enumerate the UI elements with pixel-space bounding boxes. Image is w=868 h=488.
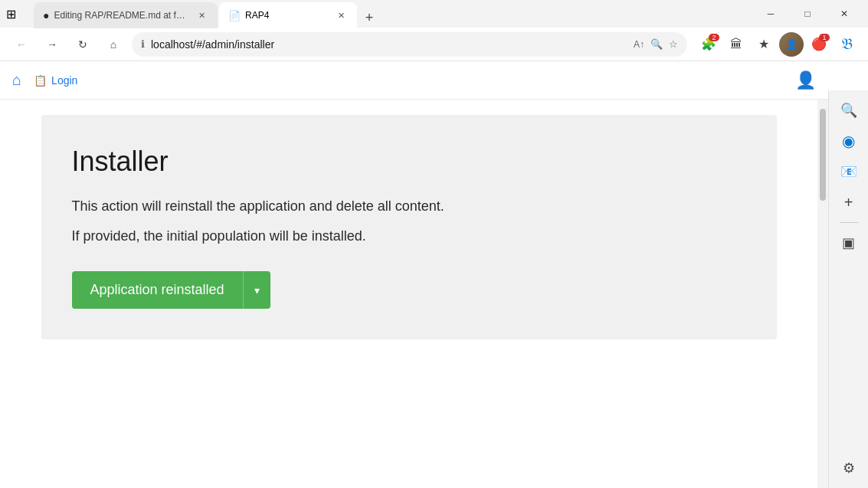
window-icon: ⊞: [6, 7, 16, 21]
favorites-bar-button[interactable]: ★: [752, 32, 776, 57]
search-sidebar-icon: 🔍: [840, 102, 857, 119]
outlook-sidebar-icon: 📧: [840, 163, 857, 180]
security-icon: ℹ: [141, 38, 145, 50]
favorites-icon[interactable]: ☆: [669, 38, 678, 50]
browser-sidebar: 🔍 ◉ 📧 + ▣ ⚙: [828, 90, 868, 488]
installer-title: Installer: [72, 146, 746, 178]
extensions-badge: 2: [709, 34, 719, 41]
installer-desc2: If provided, the initial population will…: [72, 226, 746, 247]
split-view-icon: ▣: [842, 234, 855, 251]
content-area: ⌂ 📋 Login 👤 Installer This action will r…: [0, 61, 868, 488]
tab-rap4-icon: 📄: [228, 10, 241, 21]
outlook-sidebar-button[interactable]: 📧: [835, 158, 863, 185]
tab-rap4[interactable]: 📄 RAP4 ✕: [219, 2, 357, 28]
home-icon: ⌂: [110, 38, 116, 51]
installer-desc1: This action will reinstall the applicati…: [72, 196, 746, 217]
page-content: Installer This action will reinstall the…: [0, 100, 817, 488]
add-sidebar-button[interactable]: +: [835, 188, 863, 216]
tab-github-label: Editing RAP/README.md at feat…: [54, 10, 190, 21]
favorites-bar-icon: ★: [758, 37, 769, 51]
login-icon: 📋: [34, 74, 47, 87]
collections-icon: 🏛: [730, 38, 742, 51]
read-aloud-icon[interactable]: A↑: [634, 39, 644, 50]
back-button[interactable]: ←: [9, 32, 34, 57]
new-tab-button[interactable]: +: [359, 7, 380, 28]
address-bar: ← → ↻ ⌂ ℹ localhost/#/admin/installer A↑…: [0, 28, 868, 61]
notifications-button[interactable]: 🔴 1: [807, 32, 831, 57]
sidebar-divider: [840, 222, 858, 223]
login-label: Login: [51, 74, 77, 87]
tabs-container: ● Editing RAP/README.md at feat… ✕ 📄 RAP…: [34, 0, 750, 28]
page-home-icon[interactable]: ⌂: [12, 71, 21, 89]
tab-rap4-close[interactable]: ✕: [334, 8, 348, 22]
minimize-button[interactable]: ─: [753, 2, 788, 26]
tab-github-icon: ●: [43, 9, 49, 21]
profile-button[interactable]: 👤: [779, 32, 804, 57]
extensions-button[interactable]: 🧩 2: [696, 32, 721, 57]
installer-card: Installer This action will reinstall the…: [41, 115, 777, 339]
settings-sidebar-icon: ⚙: [843, 460, 855, 477]
page-user-icon[interactable]: 👤: [795, 70, 816, 90]
zoom-icon[interactable]: 🔍: [650, 38, 663, 50]
add-sidebar-icon: +: [844, 194, 853, 211]
avatar: 👤: [779, 32, 804, 57]
page-nav: ⌂ 📋 Login 👤: [0, 61, 828, 100]
page-login-link[interactable]: 📋 Login: [34, 74, 77, 87]
url-text: localhost/#/admin/installer: [151, 38, 627, 51]
split-view-button[interactable]: ▣: [835, 229, 863, 257]
notification-badge: 1: [819, 34, 830, 41]
tab-github-close[interactable]: ✕: [195, 8, 208, 22]
scrollbar-thumb[interactable]: [820, 109, 826, 201]
home-button[interactable]: ⌂: [101, 32, 126, 57]
tab-rap4-label: RAP4: [245, 10, 329, 21]
window-controls: ─ □ ✕: [753, 2, 862, 26]
reinstall-dropdown-button[interactable]: ▾: [243, 271, 270, 309]
back-icon: ←: [16, 38, 27, 51]
forward-icon: →: [47, 38, 57, 51]
collections-button[interactable]: 🏛: [724, 32, 748, 57]
reinstall-main-button[interactable]: Application reinstalled: [72, 271, 243, 309]
page-wrap: ⌂ 📋 Login 👤 Installer This action will r…: [0, 61, 828, 488]
reinstall-button-group: Application reinstalled ▾: [72, 271, 746, 309]
reload-button[interactable]: ↻: [70, 32, 95, 57]
title-bar: ⊞ ● Editing RAP/README.md at feat… ✕ 📄 R…: [0, 0, 868, 28]
forward-button[interactable]: →: [40, 32, 64, 57]
close-button[interactable]: ✕: [827, 2, 862, 26]
copilot-sidebar-icon: ◉: [842, 132, 855, 150]
copilot-sidebar-button[interactable]: ◉: [835, 127, 863, 155]
scrollbar[interactable]: [817, 100, 828, 488]
bing-icon: 𝔅: [841, 35, 853, 53]
toolbar-icons: 🧩 2 🏛 ★ 👤 🔴 1 𝔅: [696, 32, 859, 57]
tab-github[interactable]: ● Editing RAP/README.md at feat… ✕: [34, 2, 218, 28]
settings-sidebar-button[interactable]: ⚙: [835, 454, 863, 482]
reload-icon: ↻: [78, 38, 87, 51]
bing-button[interactable]: 𝔅: [834, 32, 859, 57]
search-sidebar-button[interactable]: 🔍: [835, 97, 863, 124]
address-input[interactable]: ℹ localhost/#/admin/installer A↑ 🔍 ☆: [132, 32, 687, 57]
restore-button[interactable]: □: [790, 2, 825, 26]
